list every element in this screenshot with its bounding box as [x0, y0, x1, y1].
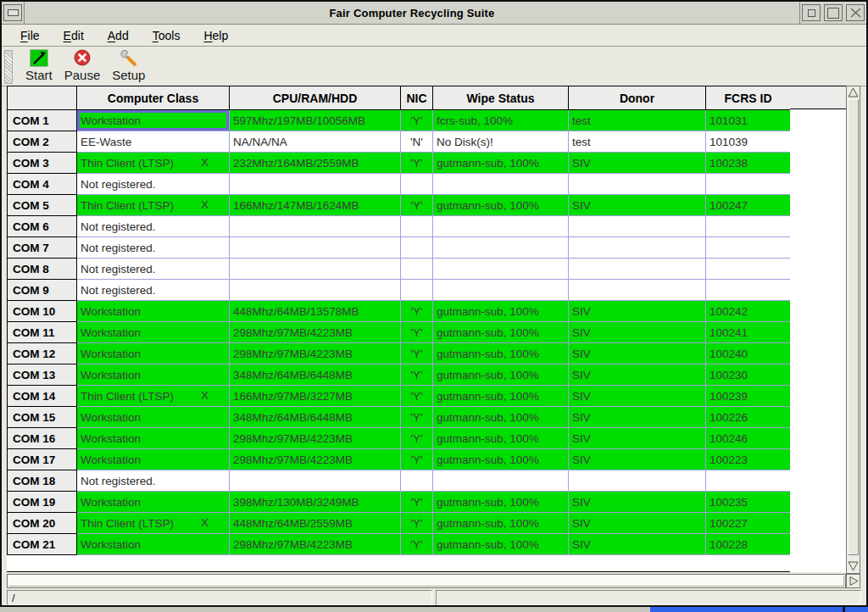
pause-button[interactable]: Pause [59, 47, 106, 84]
cell-wipe[interactable]: gutmann-sub, 100% [433, 428, 569, 449]
menu-help[interactable]: Help [195, 27, 236, 44]
cell-wipe[interactable]: gutmann-sub, 100% [433, 534, 569, 555]
cell-fcrs[interactable]: 100246 [706, 428, 791, 449]
cell-nic[interactable]: 'N' [401, 131, 433, 153]
cell-nic[interactable]: 'Y' [401, 364, 433, 386]
cell-class[interactable]: Workstation [77, 110, 230, 131]
cell-fcrs[interactable]: 100241 [706, 322, 791, 343]
cell-cpu[interactable]: 348Mhz/64MB/6448MB [230, 407, 401, 428]
cell-nic[interactable] [401, 259, 433, 280]
cell-wipe[interactable]: gutmann-sub, 100% [433, 386, 569, 407]
cell-class[interactable]: Workstation [77, 449, 230, 470]
cell-cpu[interactable]: 448Mhz/64MB/13578MB [230, 301, 401, 322]
vertical-scrollbar-thumb[interactable] [848, 99, 859, 555]
col-header-computer-class[interactable]: Computer Class [77, 86, 230, 110]
menu-file[interactable]: File [12, 27, 48, 44]
cell-fcrs[interactable]: 101039 [706, 131, 791, 153]
cell-fcrs[interactable] [706, 174, 791, 195]
shade-button[interactable] [802, 4, 821, 21]
cell-fcrs[interactable]: 100230 [706, 364, 791, 386]
horizontal-scrollbar[interactable] [7, 574, 846, 588]
row-header-com-19[interactable]: COM 19 [8, 492, 77, 513]
row-header-com-12[interactable]: COM 12 [8, 343, 77, 364]
cell-donor[interactable]: test [569, 110, 706, 131]
row-header-com-1[interactable]: COM 1 [8, 110, 77, 131]
cell-cpu[interactable]: 298Mhz/97MB/4223MB [230, 428, 401, 449]
cell-nic[interactable] [401, 216, 433, 237]
cell-cpu[interactable] [230, 259, 401, 280]
cell-class[interactable]: Thin Client (LTSP)X [77, 513, 230, 534]
col-header-cpu-ram-hdd[interactable]: CPU/RAM/HDD [230, 86, 401, 110]
cell-nic[interactable]: 'Y' [401, 195, 433, 216]
cell-cpu[interactable]: 166Mhz/147MB/1624MB [230, 195, 401, 216]
cell-fcrs[interactable]: 100235 [706, 492, 791, 513]
row-header-com-6[interactable]: COM 6 [8, 216, 77, 237]
row-header-com-21[interactable]: COM 21 [8, 534, 77, 555]
toolbar-grip[interactable] [4, 50, 13, 84]
row-header-com-18[interactable]: COM 18 [8, 470, 77, 492]
cell-fcrs[interactable]: 100242 [706, 301, 791, 322]
cell-wipe[interactable] [433, 259, 569, 280]
col-header-nic[interactable]: NIC [401, 86, 433, 110]
cell-nic[interactable]: 'Y' [401, 407, 433, 428]
cell-nic[interactable]: 'Y' [401, 343, 433, 364]
cell-fcrs[interactable] [706, 237, 791, 259]
row-header-com-5[interactable]: COM 5 [8, 195, 77, 216]
row-header-com-4[interactable]: COM 4 [8, 174, 77, 195]
cell-wipe[interactable] [433, 174, 569, 195]
cell-fcrs[interactable] [706, 259, 791, 280]
cell-wipe[interactable]: gutmann-sub, 100% [433, 407, 569, 428]
cell-nic[interactable]: 'Y' [401, 153, 433, 174]
cell-class[interactable]: Workstation [77, 534, 230, 555]
cell-fcrs[interactable]: 100227 [706, 513, 791, 534]
cell-donor[interactable]: SIV [569, 407, 706, 428]
cell-fcrs[interactable]: 100226 [706, 407, 791, 428]
cell-class[interactable]: Workstation [77, 407, 230, 428]
menu-tools[interactable]: Tools [144, 27, 189, 44]
cell-wipe[interactable]: gutmann-sub, 100% [433, 343, 569, 364]
cell-donor[interactable] [569, 237, 706, 259]
row-header-com-20[interactable]: COM 20 [8, 513, 77, 534]
cell-wipe[interactable]: gutmann-sub, 100% [433, 322, 569, 343]
cell-cpu[interactable]: NA/NA/NA [230, 131, 401, 153]
row-header-com-3[interactable]: COM 3 [8, 153, 77, 174]
cell-donor[interactable]: SIV [569, 513, 706, 534]
cell-cpu[interactable] [230, 280, 401, 301]
cell-cpu[interactable]: 597Mhz/197MB/10056MB [230, 110, 401, 131]
cell-fcrs[interactable]: 101031 [706, 110, 791, 131]
cell-wipe[interactable] [433, 280, 569, 301]
menu-edit[interactable]: Edit [55, 27, 92, 44]
cell-class[interactable]: Workstation [77, 364, 230, 386]
cell-nic[interactable]: 'Y' [401, 534, 433, 555]
row-header-com-2[interactable]: COM 2 [8, 131, 77, 153]
cell-class[interactable]: Workstation [77, 322, 230, 343]
vertical-scrollbar[interactable] [846, 86, 860, 574]
cell-cpu[interactable]: 166Mhz/97MB/3227MB [230, 386, 401, 407]
col-header-donor[interactable]: Donor [569, 86, 706, 110]
cell-donor[interactable]: SIV [569, 534, 706, 555]
scroll-right-button[interactable] [846, 574, 860, 588]
cell-donor[interactable]: SIV [569, 343, 706, 364]
start-button[interactable]: Start [20, 47, 58, 84]
cell-fcrs[interactable]: 100239 [706, 386, 791, 407]
row-header-com-14[interactable]: COM 14 [8, 386, 77, 407]
cell-wipe[interactable]: gutmann-sub, 100% [433, 513, 569, 534]
cell-nic[interactable] [401, 470, 433, 492]
cell-class[interactable]: Workstation [77, 343, 230, 364]
cell-class[interactable]: Workstation [77, 492, 230, 513]
cell-donor[interactable]: SIV [569, 386, 706, 407]
cell-fcrs[interactable] [706, 280, 791, 301]
cell-donor[interactable]: SIV [569, 301, 706, 322]
cell-cpu[interactable]: 298Mhz/97MB/4223MB [230, 449, 401, 470]
cell-cpu[interactable]: 298Mhz/97MB/4223MB [230, 534, 401, 555]
titlebar[interactable]: Fair Computer Recycling Suite [2, 2, 866, 25]
cell-wipe[interactable] [433, 216, 569, 237]
cell-donor[interactable]: test [569, 131, 706, 153]
cell-donor[interactable]: SIV [569, 449, 706, 470]
cell-nic[interactable]: 'Y' [401, 513, 433, 534]
cell-cpu[interactable]: 398Mhz/130MB/3249MB [230, 492, 401, 513]
cell-nic[interactable] [401, 237, 433, 259]
cell-donor[interactable]: SIV [569, 428, 706, 449]
cell-fcrs[interactable]: 100240 [706, 343, 791, 364]
cell-nic[interactable]: 'Y' [401, 110, 433, 131]
